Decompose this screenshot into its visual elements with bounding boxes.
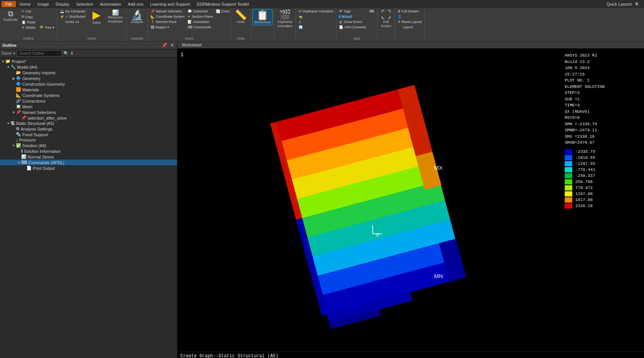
user-defined-button[interactable]: 👤 xyxy=(396,14,404,19)
legend-scale-row: 259.768 xyxy=(565,179,640,184)
images-button[interactable]: 🖼 Images ▾ xyxy=(149,25,170,29)
tree-button[interactable]: 🌳 Tree ▾ xyxy=(38,25,55,30)
search-outline-input[interactable] xyxy=(17,50,62,57)
units-button[interactable]: 📏 Units xyxy=(233,9,249,25)
tree-item[interactable]: ▼🏗Static Structural (A5) xyxy=(0,121,177,126)
my-computer-button[interactable]: 💻 My Computer xyxy=(59,9,87,14)
menu-addons[interactable]: Add-ons xyxy=(125,1,146,7)
resource-prediction-button[interactable]: 📊 Resource Prediction xyxy=(106,9,125,24)
key-assignments-button[interactable]: ⌨ xyxy=(368,9,376,14)
named-selection-button[interactable]: 📌 Named Selection xyxy=(149,9,183,14)
menu-learning[interactable]: Learning and Support xyxy=(147,1,193,7)
expand-icon[interactable]: ⬇ xyxy=(70,51,74,56)
color-swatch xyxy=(565,185,572,191)
chart-button[interactable]: 📈 Chart xyxy=(215,9,231,14)
tree-item-label: Model (A4) xyxy=(17,65,37,69)
viewport[interactable]: 1 xyxy=(177,49,561,352)
tree-item[interactable]: ▼⌨Commands (APDL) xyxy=(0,160,177,165)
legend-value: -1297.55 xyxy=(575,161,595,166)
tree-item[interactable]: 🔷Construction Geometry xyxy=(0,81,177,87)
tree-item[interactable]: ℹSolution Information xyxy=(0,148,177,154)
analysis-button[interactable]: 🔬 Analysis xyxy=(128,9,146,25)
legend-scale-row: -2335.75 xyxy=(565,149,640,154)
tree-item[interactable]: ▶🔷Geometry xyxy=(0,75,177,81)
tree-item-label: Pressure xyxy=(19,138,36,142)
remote-point-button[interactable]: 📍 Remote Point xyxy=(149,20,178,24)
selection-info-icon: ℹ xyxy=(339,15,340,18)
coord-sys-icon: 📐 xyxy=(151,15,155,18)
color-swatch xyxy=(565,203,572,209)
menu-file[interactable]: File xyxy=(2,1,16,7)
legend-scale-row: -1816.65 xyxy=(565,155,640,160)
reset-layout-button[interactable]: ↺ Reset Layout xyxy=(396,20,423,24)
close-outline-icon[interactable]: ✕ xyxy=(169,43,175,48)
tree-item[interactable]: 📂Geometry Imports xyxy=(0,70,177,75)
legend-value: 2336.18 xyxy=(575,204,593,208)
tree-item[interactable]: ▼🔧Model (A4) xyxy=(0,64,177,70)
duplicate-button[interactable]: ⧉ Duplicate xyxy=(2,9,20,22)
cores-label: Cores 14 xyxy=(59,20,87,24)
report-preview-button[interactable]: 📄 Unit Converter xyxy=(338,25,367,29)
section-plane-button[interactable]: ✂ Section Plane xyxy=(186,14,214,19)
quick-launch[interactable]: Quick Launch 🔍 xyxy=(601,0,642,8)
coordinate-system-button[interactable]: 📐 Coordinate System xyxy=(149,14,186,19)
tree-item[interactable]: ⚙Analysis Settings xyxy=(0,126,177,132)
distributed-button[interactable]: ⚡ ✓ Distributed xyxy=(59,14,87,19)
manage-button[interactable]: ⚙ Full Screen xyxy=(396,9,420,14)
ribbon-group-analysis: 🔬 Analysis Analysis xyxy=(126,8,148,41)
selection-information-button[interactable]: ℹ Wizard xyxy=(338,14,353,19)
copy-button[interactable]: ⧉ Copy xyxy=(20,14,55,19)
delete-icon: ✕ xyxy=(22,26,25,29)
tree-item[interactable]: 🔩Fixed Support xyxy=(0,132,177,137)
tree-item[interactable]: 📊Normal Stress xyxy=(0,154,177,160)
search-icon[interactable]: 🔍 xyxy=(63,51,69,56)
tree-item[interactable]: 📐Coordinate Systems xyxy=(0,92,177,98)
outline-title: Outline xyxy=(2,43,17,48)
tree-item[interactable]: 🔲Mesh xyxy=(0,104,177,109)
tree-item-icon: ℹ xyxy=(21,149,23,154)
tree-item[interactable]: 🟧Materials xyxy=(0,87,177,92)
status-bar: Create Graph--Static Structural (A5) xyxy=(177,352,644,358)
legend-title-line: ANSYS 2023 R2 xyxy=(565,52,640,59)
solve-button[interactable]: ▶ Solve xyxy=(88,9,106,25)
menu-edr[interactable]: EDRMedeso Support Toolkit xyxy=(194,1,252,7)
commands-button[interactable]: ⌨ Commands xyxy=(186,25,212,29)
tree-item-label: Solution Information xyxy=(24,149,61,154)
full-screen-button[interactable]: ⛶ Full Screen xyxy=(379,9,393,29)
print-preview-button[interactable]: 🖨 Show Errors xyxy=(338,20,364,24)
menu-selection[interactable]: Selection xyxy=(73,1,96,7)
legend-title-line: SX (NOAVG) xyxy=(565,109,640,115)
tree-item[interactable]: ▼📌Named Selections xyxy=(0,109,177,115)
delete-button[interactable]: ✕ Delete xyxy=(20,25,37,30)
manage-views-button[interactable]: 👁 Tags xyxy=(338,9,352,14)
pin-icon[interactable]: 📌 xyxy=(161,43,168,48)
ribbon-group-layout: ⚙ Full Screen 👤 ↺ Reset Layout Layout xyxy=(395,8,425,41)
menu-automation[interactable]: Automation xyxy=(97,1,124,7)
tree-item[interactable]: ▼📁Project* xyxy=(0,58,177,64)
tree-item[interactable]: ↓Pressure xyxy=(0,137,177,143)
tree-item[interactable]: 📌selection_after_solve xyxy=(0,115,177,121)
tree-item-icon: 🟧 xyxy=(16,87,21,92)
tree-item[interactable]: ▼✅Solution (A6) xyxy=(0,143,177,148)
unit-converter-button[interactable]: 🔄 xyxy=(297,25,305,29)
expand-icon: ▼ xyxy=(6,65,11,69)
cut-button[interactable]: ✂ Cut xyxy=(20,9,55,14)
worksheet-area: Worksheet 1 xyxy=(177,41,644,358)
tree-item-label: Static Structural (A5) xyxy=(16,121,54,126)
show-errors-button[interactable]: ⚠ xyxy=(297,20,304,24)
menu-image[interactable]: Image xyxy=(34,1,52,7)
units-icon: 📏 xyxy=(235,10,247,20)
tags-button[interactable]: 🏷 Keyframe Animation xyxy=(297,9,335,14)
tree-item[interactable]: 🔗Connections xyxy=(0,98,177,104)
keyframe-animation-button[interactable]: 🎬 Keyframe Animation xyxy=(276,9,294,29)
comment-button[interactable]: 💬 Comment xyxy=(186,9,209,14)
menu-home[interactable]: Home xyxy=(17,1,34,7)
tree-item-label: Materials xyxy=(22,88,39,92)
tree-item[interactable]: 📄Post Output xyxy=(0,165,177,171)
annotation-button[interactable]: 📝 Annotation xyxy=(186,20,210,24)
worksheet-button[interactable]: 📋 Worksheet xyxy=(253,9,273,25)
menu-display[interactable]: Display xyxy=(53,1,72,7)
legend-value: 778.872 xyxy=(575,186,593,190)
wizard-button[interactable]: 🧙 xyxy=(297,14,305,19)
paste-button[interactable]: 📋 Paste xyxy=(20,20,55,25)
